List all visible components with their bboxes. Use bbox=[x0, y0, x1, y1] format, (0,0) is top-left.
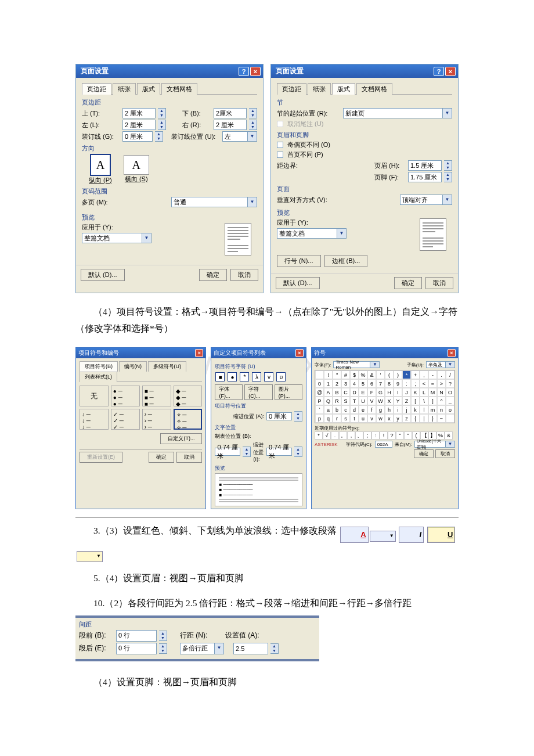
symbol-cell[interactable]: e bbox=[359, 405, 367, 414]
symbol-cell[interactable]: M bbox=[428, 388, 437, 397]
symbol-cell[interactable]: [ bbox=[411, 397, 420, 405]
char-preview[interactable]: ■ bbox=[215, 372, 225, 381]
firstdiff-check[interactable] bbox=[277, 152, 283, 158]
symbol-cell[interactable]: . bbox=[437, 370, 446, 379]
tab-grid[interactable]: 文档网格 bbox=[356, 83, 392, 95]
underline-icon[interactable]: U bbox=[427, 527, 455, 543]
symbol-cell[interactable]: t bbox=[350, 414, 359, 423]
symbol-cell[interactable]: l bbox=[420, 405, 428, 414]
symbol-cell[interactable]: x bbox=[385, 414, 394, 423]
symbol-cell[interactable]: ; bbox=[411, 379, 420, 388]
symbol-cell[interactable]: g bbox=[376, 405, 385, 414]
symbol-cell[interactable]: S bbox=[341, 397, 350, 405]
font-color-icon[interactable]: A bbox=[340, 527, 368, 543]
bullet-diamond[interactable]: ◆ ─◆ ─◆ ─ bbox=[174, 386, 203, 406]
symbol-cell[interactable]: } bbox=[428, 414, 437, 423]
header-input[interactable]: 1.5 厘米 bbox=[408, 160, 442, 171]
char-option[interactable]: υ bbox=[276, 372, 286, 381]
symbol-cell[interactable]: { bbox=[411, 414, 420, 423]
orientation-landscape[interactable]: A bbox=[124, 155, 149, 175]
footer-input[interactable]: 1.75 厘米 bbox=[408, 172, 442, 182]
tab-margins[interactable]: 页边距 bbox=[82, 83, 111, 95]
from-select[interactable]: Unicode(十六进制) bbox=[414, 441, 446, 448]
char-option[interactable]: * bbox=[240, 372, 249, 381]
tab-outline[interactable]: 多级符号(U) bbox=[148, 361, 187, 372]
symbol-cell[interactable]: ? bbox=[446, 379, 454, 388]
symbol-cell[interactable]: ) bbox=[394, 370, 402, 379]
recent-symbol[interactable]: * bbox=[315, 431, 323, 440]
indent2-input[interactable]: 0.74 厘米 bbox=[266, 448, 292, 456]
symbol-cell[interactable]: U bbox=[359, 397, 367, 405]
symbol-cell[interactable]: " bbox=[333, 370, 341, 379]
symbol-cell[interactable]: f bbox=[367, 405, 376, 414]
ok-button[interactable]: 确定 bbox=[149, 452, 174, 463]
dropdown-arrow-icon[interactable]: ▼ bbox=[215, 643, 224, 654]
symbol-cell[interactable]: u bbox=[359, 414, 367, 423]
symbol-cell[interactable]: & bbox=[367, 370, 376, 379]
symbol-cell[interactable]: ( bbox=[385, 370, 394, 379]
border-button[interactable]: 边框 (B)... bbox=[324, 255, 368, 267]
bottom-spinner[interactable]: ▲▼ bbox=[249, 108, 257, 118]
header-spinner[interactable]: ▲▼ bbox=[444, 160, 452, 171]
symbol-cell[interactable]: k bbox=[411, 405, 420, 414]
after-input[interactable]: 0 行 bbox=[116, 643, 157, 654]
dropdown-arrow-icon[interactable]: ▼ bbox=[337, 228, 347, 239]
symbol-cell[interactable]: 3 bbox=[341, 379, 350, 388]
symbol-cell[interactable]: z bbox=[402, 414, 411, 423]
symbol-cell[interactable]: | bbox=[420, 414, 428, 423]
symbol-cell[interactable]: F bbox=[367, 388, 376, 397]
code-input[interactable]: 002A bbox=[375, 441, 392, 448]
symbol-cell[interactable]: C bbox=[341, 388, 350, 397]
symbol-cell[interactable]: Y bbox=[394, 397, 402, 405]
bottom-input[interactable]: 2厘米 bbox=[214, 108, 247, 118]
after-spinner[interactable]: ▲▼ bbox=[159, 643, 167, 654]
dropdown-arrow-icon[interactable]: ▼ bbox=[248, 131, 257, 142]
symbol-cell[interactable]: E bbox=[359, 388, 367, 397]
orientation-portrait[interactable]: A bbox=[90, 154, 111, 176]
symbol-cell[interactable]: 4 bbox=[350, 379, 359, 388]
color-dropdown-icon[interactable]: ▼ bbox=[370, 531, 396, 542]
symbol-cell[interactable]: D bbox=[350, 388, 359, 397]
font-select[interactable]: Times New Roman bbox=[333, 361, 370, 368]
bullet-none[interactable]: 无 bbox=[80, 386, 109, 406]
oddeven-check[interactable] bbox=[277, 142, 283, 148]
recent-symbol[interactable]: 。 bbox=[339, 431, 347, 440]
char-option[interactable]: v bbox=[264, 372, 273, 381]
before-input[interactable]: 0 行 bbox=[116, 630, 157, 642]
indent-input[interactable]: 0 厘米 bbox=[266, 412, 292, 420]
symbol-cell[interactable]: H bbox=[385, 388, 394, 397]
symbol-cell[interactable]: + bbox=[411, 370, 420, 379]
symbol-cell[interactable]: Z bbox=[402, 397, 411, 405]
tab-grid[interactable]: 文档网格 bbox=[161, 83, 197, 95]
symbol-cell[interactable]: W bbox=[376, 397, 385, 405]
tab-layout[interactable]: 版式 bbox=[137, 83, 160, 95]
bullet-check[interactable]: ✓ ─✓ ─✓ ─ bbox=[111, 409, 140, 430]
setvalue-input[interactable]: 2.5 bbox=[233, 643, 268, 654]
dropdown-arrow-icon[interactable]: ▼ bbox=[446, 441, 455, 448]
top-input[interactable]: 2 厘米 bbox=[122, 108, 156, 118]
dropdown-arrow-icon[interactable]: ▼ bbox=[370, 361, 380, 368]
close-button[interactable]: × bbox=[445, 67, 456, 76]
dropdown-arrow-icon[interactable]: ▼ bbox=[142, 233, 151, 243]
cancel-button[interactable]: 取消 bbox=[435, 449, 455, 458]
symbol-cell[interactable]: , bbox=[420, 370, 428, 379]
default-button[interactable]: 默认 (D)... bbox=[81, 269, 125, 281]
symbol-cell[interactable]: B bbox=[333, 388, 341, 397]
recent-symbol[interactable]: & bbox=[445, 431, 453, 440]
symbol-cell[interactable]: J bbox=[402, 388, 411, 397]
symbol-cell[interactable]: 0 bbox=[315, 379, 324, 388]
symbol-cell[interactable]: Q bbox=[324, 397, 333, 405]
symbol-cell[interactable]: O bbox=[446, 388, 454, 397]
tab-bullets[interactable]: 项目符号(B) bbox=[80, 361, 118, 372]
symbol-cell[interactable]: b bbox=[333, 405, 341, 414]
symbol-cell[interactable] bbox=[315, 370, 324, 379]
symbol-cell[interactable]: c bbox=[341, 405, 350, 414]
symbol-cell[interactable]: V bbox=[367, 397, 376, 405]
underline-dropdown-icon[interactable]: ▼ bbox=[77, 551, 103, 562]
applyto-select[interactable]: 整篇文档 bbox=[82, 233, 142, 243]
symbol-cell[interactable]: % bbox=[359, 370, 367, 379]
recent-symbol[interactable]: 、 bbox=[355, 431, 363, 440]
close-button[interactable]: × bbox=[295, 349, 304, 357]
symbol-cell[interactable]: _ bbox=[446, 397, 454, 405]
symbol-cell[interactable]: * bbox=[402, 370, 411, 379]
